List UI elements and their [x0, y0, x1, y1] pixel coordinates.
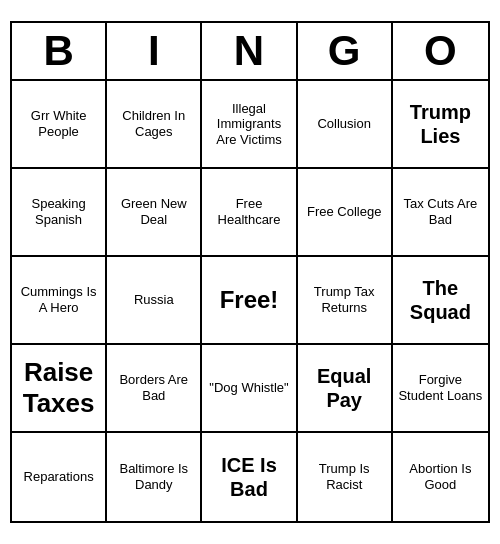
bingo-cell-1: Children In Cages — [107, 81, 202, 169]
bingo-cell-11: Russia — [107, 257, 202, 345]
bingo-cell-20: Reparations — [12, 433, 107, 521]
bingo-cell-17: "Dog Whistle" — [202, 345, 297, 433]
bingo-grid: Grr White PeopleChildren In CagesIllegal… — [12, 81, 488, 521]
bingo-cell-24: Abortion Is Good — [393, 433, 488, 521]
bingo-letter-o: O — [393, 23, 488, 79]
bingo-cell-21: Baltimore Is Dandy — [107, 433, 202, 521]
bingo-cell-8: Free College — [298, 169, 393, 257]
bingo-cell-6: Green New Deal — [107, 169, 202, 257]
bingo-header: BINGO — [12, 23, 488, 81]
bingo-cell-16: Borders Are Bad — [107, 345, 202, 433]
bingo-cell-7: Free Healthcare — [202, 169, 297, 257]
bingo-cell-2: Illegal Immigrants Are Victims — [202, 81, 297, 169]
bingo-cell-0: Grr White People — [12, 81, 107, 169]
bingo-cell-14: The Squad — [393, 257, 488, 345]
bingo-cell-23: Trump Is Racist — [298, 433, 393, 521]
bingo-letter-i: I — [107, 23, 202, 79]
bingo-cell-13: Trump Tax Returns — [298, 257, 393, 345]
bingo-letter-b: B — [12, 23, 107, 79]
bingo-cell-5: Speaking Spanish — [12, 169, 107, 257]
bingo-cell-18: Equal Pay — [298, 345, 393, 433]
bingo-letter-g: G — [298, 23, 393, 79]
bingo-cell-10: Cummings Is A Hero — [12, 257, 107, 345]
bingo-letter-n: N — [202, 23, 297, 79]
bingo-cell-4: Trump Lies — [393, 81, 488, 169]
bingo-cell-3: Collusion — [298, 81, 393, 169]
bingo-cell-9: Tax Cuts Are Bad — [393, 169, 488, 257]
bingo-card: BINGO Grr White PeopleChildren In CagesI… — [10, 21, 490, 523]
bingo-cell-15: Raise Taxes — [12, 345, 107, 433]
bingo-cell-12: Free! — [202, 257, 297, 345]
bingo-cell-22: ICE Is Bad — [202, 433, 297, 521]
bingo-cell-19: Forgive Student Loans — [393, 345, 488, 433]
